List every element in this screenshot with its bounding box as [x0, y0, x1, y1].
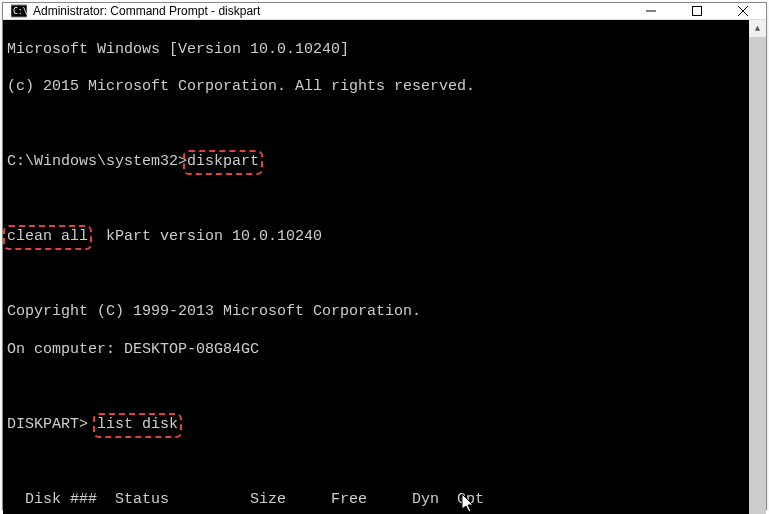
cleanall-annotation: clean all [7, 228, 88, 247]
copyright-line: (c) 2015 Microsoft Corporation. All righ… [7, 78, 745, 97]
terminal[interactable]: Microsoft Windows [Version 10.0.10240] (… [3, 20, 749, 514]
vertical-scrollbar[interactable]: ▲ ▼ [749, 20, 766, 514]
command-prompt-window: C:\ Administrator: Command Prompt - disk… [2, 2, 767, 510]
scrollbar-thumb[interactable] [749, 37, 766, 514]
listdisk-command: list disk [97, 416, 178, 435]
mouse-cursor-icon [390, 475, 404, 495]
window-controls [628, 3, 766, 19]
minimize-button[interactable] [628, 3, 674, 19]
diskpart-prompt: DISKPART> [7, 416, 97, 433]
scroll-up-arrow-icon[interactable]: ▲ [749, 20, 766, 37]
computer-name: On computer: DESKTOP-08G84GC [7, 341, 745, 360]
svg-rect-3 [693, 7, 702, 16]
window-title: Administrator: Command Prompt - diskpart [33, 4, 628, 18]
maximize-button[interactable] [674, 3, 720, 19]
terminal-area: Microsoft Windows [Version 10.0.10240] (… [3, 20, 766, 514]
cmd-icon: C:\ [11, 3, 27, 19]
diskpart-version: kPart version 10.0.10240 [88, 228, 322, 245]
table-header: Disk ### Status Size Free Dyn Gpt [7, 491, 745, 510]
system-prompt: C:\Windows\system32> [7, 153, 187, 170]
close-button[interactable] [720, 3, 766, 19]
diskpart-command: diskpart [187, 153, 259, 172]
svg-text:C:\: C:\ [13, 7, 27, 16]
diskpart-copyright: Copyright (C) 1999-2013 Microsoft Corpor… [7, 303, 745, 322]
version-line: Microsoft Windows [Version 10.0.10240] [7, 41, 745, 60]
titlebar[interactable]: C:\ Administrator: Command Prompt - disk… [3, 3, 766, 20]
